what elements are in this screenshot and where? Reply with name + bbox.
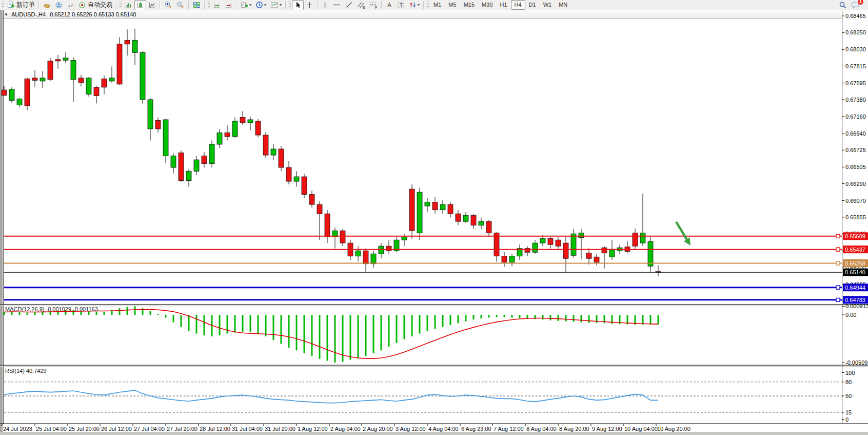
time-label: 10 Aug 04:00 xyxy=(624,426,658,432)
macd-tick-label: -0.005093 xyxy=(845,360,868,366)
signal-button[interactable] xyxy=(65,0,76,10)
price-tick-label: 0.67815 xyxy=(845,63,866,69)
timeframe-w1-button[interactable]: W1 xyxy=(540,0,556,10)
toolbar-grip xyxy=(120,2,122,9)
candle xyxy=(294,177,299,181)
candle xyxy=(217,133,222,144)
vertical-line-button[interactable] xyxy=(320,0,330,10)
auto-scroll-button[interactable] xyxy=(211,0,223,10)
price-level-badge-label: 0.65258 xyxy=(845,260,865,267)
crosshair-button[interactable] xyxy=(304,0,315,10)
new-order-button[interactable]: 新订单 xyxy=(5,0,37,10)
chevron-down-icon: ▾ xyxy=(280,3,282,7)
rsi-tick-label: 50 xyxy=(845,393,852,399)
timeframe-h4-button[interactable]: H4 xyxy=(511,0,525,10)
timeframe-mn-button[interactable]: MN xyxy=(555,0,571,10)
candle xyxy=(279,149,284,167)
time-label: 6 Aug 23:00 xyxy=(461,426,491,432)
text-label-icon: T xyxy=(397,1,405,9)
arrow-annotation[interactable] xyxy=(676,222,687,240)
timeframe-m1-button[interactable]: M1 xyxy=(430,0,445,10)
toolbar-separator xyxy=(188,1,189,9)
profile-button[interactable] xyxy=(53,0,65,10)
search-button[interactable] xyxy=(837,0,849,10)
market-watch-button[interactable] xyxy=(41,0,53,10)
zoom-out-button[interactable] xyxy=(174,0,187,10)
candle xyxy=(148,100,153,129)
fibonacci-icon: F xyxy=(369,1,378,9)
market-watch-icon xyxy=(43,1,51,9)
candle xyxy=(563,243,568,258)
timeframe-m5-button[interactable]: M5 xyxy=(445,0,460,10)
trendline-button[interactable] xyxy=(343,0,355,10)
timeframe-d1-button[interactable]: D1 xyxy=(525,0,540,10)
signal-icon xyxy=(67,1,74,9)
timeframe-m30-button[interactable]: M30 xyxy=(478,0,496,10)
candle xyxy=(109,78,114,81)
candle xyxy=(448,204,453,214)
line-handle[interactable] xyxy=(836,298,840,301)
toolbar-separator xyxy=(317,1,318,9)
toolbar-separator xyxy=(38,1,40,9)
candle xyxy=(379,246,384,254)
arrows-button[interactable]: ▾ xyxy=(407,0,422,10)
tile-windows-button[interactable] xyxy=(191,0,203,10)
equidistant-channel-button[interactable]: E xyxy=(355,0,367,10)
timeframe-h1-button[interactable]: H1 xyxy=(496,0,510,10)
time-label: 4 Aug 04:00 xyxy=(428,426,459,432)
text-button[interactable]: A xyxy=(384,0,395,10)
line-handle[interactable] xyxy=(836,286,840,289)
candle xyxy=(602,248,607,253)
text-label-button[interactable]: T xyxy=(395,0,407,10)
time-label: 27 Jul 20:00 xyxy=(167,426,198,432)
line-chart-icon xyxy=(148,1,156,9)
candle xyxy=(232,121,238,137)
time-label: 27 Jul 04:00 xyxy=(134,426,165,432)
candle xyxy=(502,256,507,262)
vertical-line-icon xyxy=(322,1,328,9)
candle xyxy=(186,172,191,181)
templates-icon xyxy=(270,1,279,9)
toolbar-separator xyxy=(381,1,382,9)
chart-shift-button[interactable] xyxy=(223,0,234,10)
candle xyxy=(17,99,22,105)
auto-trading-button[interactable]: 自动交易 xyxy=(76,0,114,10)
horizontal-line-icon xyxy=(332,1,341,9)
fibonacci-button[interactable]: F xyxy=(367,0,380,10)
auto-scroll-icon xyxy=(213,1,221,9)
line-handle[interactable] xyxy=(836,261,840,265)
rsi-line xyxy=(4,390,658,403)
chevron-down-icon: ▾ xyxy=(418,3,420,7)
line-chart-button[interactable] xyxy=(146,0,158,10)
zoom-in-button[interactable] xyxy=(162,0,174,10)
templates-button[interactable]: ▾ xyxy=(268,0,284,10)
candle xyxy=(594,257,599,262)
timeframe-m15-button[interactable]: M15 xyxy=(460,0,478,10)
rsi-tick-label: 80 xyxy=(845,379,852,385)
line-handle[interactable] xyxy=(836,234,840,238)
indicators-button[interactable]: ▾ xyxy=(239,0,253,10)
periods-button[interactable]: ▾ xyxy=(253,0,268,10)
chat-button[interactable]: 1 xyxy=(849,0,862,10)
horizontal-line-button[interactable] xyxy=(330,0,343,10)
cursor-button[interactable] xyxy=(292,0,304,10)
time-label: 24 Jul 2023 xyxy=(3,426,32,432)
bar-chart-button[interactable] xyxy=(123,0,134,10)
candle xyxy=(55,60,61,61)
candle xyxy=(125,40,130,44)
price-tick-label: 0.68250 xyxy=(845,29,866,35)
zoom-out-icon xyxy=(176,1,185,9)
candle xyxy=(286,167,291,181)
rsi-indicator-label: RSI(14) 40.7429 xyxy=(5,368,47,374)
new-order-icon xyxy=(7,1,15,9)
candle xyxy=(71,60,76,80)
line-handle[interactable] xyxy=(836,248,840,251)
equidistant-channel-icon: E xyxy=(357,1,365,9)
candlestick-chart-button[interactable] xyxy=(134,0,146,10)
toolbar-separator xyxy=(423,1,424,9)
candle xyxy=(579,233,584,238)
chart-canvas[interactable]: 0.684650.682500.680300.678150.675950.673… xyxy=(0,10,868,435)
candle xyxy=(25,79,30,106)
candle xyxy=(425,202,430,206)
candle xyxy=(586,253,591,259)
